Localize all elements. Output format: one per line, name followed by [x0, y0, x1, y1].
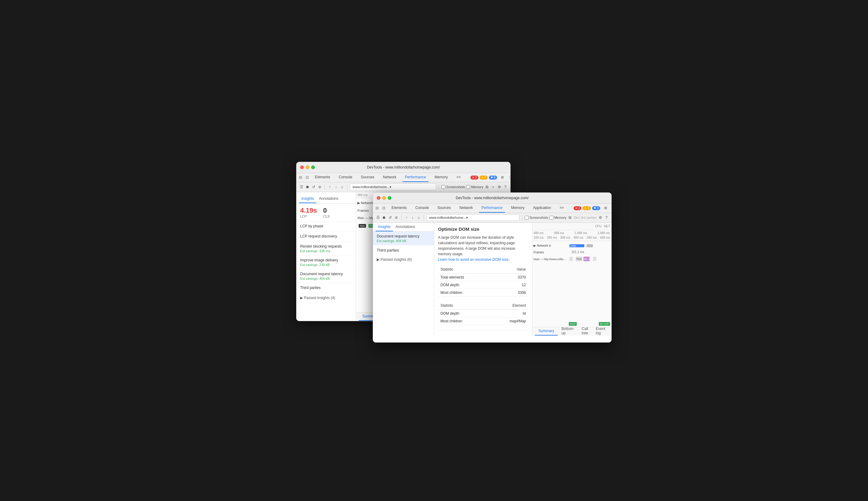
back-tab-performance[interactable]: Performance: [402, 173, 428, 182]
back-settings2-icon[interactable]: ⚙: [497, 184, 502, 189]
back-cpu-icon[interactable]: ⊞: [485, 184, 489, 189]
front-cpu-icon[interactable]: ⊞: [567, 215, 573, 220]
front-download-icon[interactable]: ↓: [410, 215, 415, 220]
back-refresh-icon[interactable]: ↺: [311, 184, 316, 189]
front-timeline-tracks: ▶ Network ic t.php (c.statcounter.co...: [532, 241, 611, 264]
front-settings2-icon[interactable]: ⚙: [598, 215, 603, 220]
front-refresh-icon[interactable]: ↺: [388, 215, 393, 220]
front-right-timeline: CPU NET 489 ms 989 ms 1,489 ms 1,989 ms …: [532, 223, 611, 335]
front-tab-elements[interactable]: Elements: [389, 204, 409, 213]
back-home-icon[interactable]: ⌂: [340, 184, 345, 189]
back-passed-insights[interactable]: ▶ Passed insights (4): [296, 293, 356, 302]
back-error-badge: ✕ 2: [470, 175, 478, 180]
front-table2-depth-val: td: [488, 309, 528, 317]
front-info-badge: ⚑ 3: [592, 206, 600, 210]
front-network-row: ▶ Network ic t.php (c.statcounter.co...: [532, 242, 611, 249]
back-help-icon[interactable]: ?: [503, 184, 508, 189]
back-upload-icon[interactable]: ↑: [327, 184, 332, 189]
front-insight-third-parties[interactable]: Third parties: [438, 334, 528, 335]
front-network-bar-area: t.php (c.statcounter.co...: [567, 244, 610, 248]
front-network-bar2: [587, 244, 593, 247]
front-insight-detail: Optimize DOM size A large DOM can increa…: [434, 223, 532, 335]
front-bottom-tab-bottomup[interactable]: Bottom-up: [558, 327, 578, 335]
front-tab-performance[interactable]: Performance: [479, 204, 505, 213]
back-screenshots-checkbox[interactable]: [441, 185, 445, 189]
front-dim-3rd-parties: Dim 3rd parties: [574, 216, 597, 220]
front-close-button[interactable]: [377, 196, 380, 200]
front-dom-size-link[interactable]: Learn how to avoid an excessive DOM size: [438, 257, 508, 262]
back-url-bar[interactable]: www.milliondollarhome...▾: [350, 183, 436, 190]
front-screenshots-checkbox[interactable]: [525, 216, 529, 220]
front-tab-sources[interactable]: Sources: [435, 204, 453, 213]
front-url-bar[interactable]: www.milliondollarhome...▾: [426, 214, 519, 221]
back-memory-checkbox[interactable]: [466, 185, 470, 189]
front-insight-divider: [438, 330, 528, 330]
front-home-icon[interactable]: ⌂: [416, 215, 421, 220]
back-toolbar-sep3: [438, 184, 439, 189]
front-table1-row2: DOM depth 12: [438, 281, 528, 289]
front-tab-network[interactable]: Network: [457, 204, 475, 213]
front-record-icon[interactable]: ⏺: [382, 215, 387, 220]
front-settings-icon[interactable]: ⚙: [604, 206, 607, 211]
front-tab-console[interactable]: Console: [413, 204, 431, 213]
front-insights-tab[interactable]: Insights: [376, 223, 393, 231]
front-memory-checkbox[interactable]: [550, 216, 553, 220]
back-insight-image-delivery[interactable]: Improve image delivery Est savings: 239 …: [296, 256, 356, 269]
back-clear-icon[interactable]: ⊘: [317, 184, 322, 189]
front-passed-insights[interactable]: ▶ Passed insights (6): [373, 255, 434, 264]
front-table1-depth-val: 12: [499, 281, 528, 289]
back-sidebar-icon[interactable]: ☰: [299, 184, 304, 189]
back-dock-icon[interactable]: ⊟: [299, 175, 302, 180]
back-insight-doc-latency[interactable]: Document request latency Est savings: 40…: [296, 269, 356, 283]
back-maximize-button[interactable]: [311, 166, 315, 169]
front-annotations-tab[interactable]: Annotations: [393, 223, 417, 231]
front-bottom-tab-summary[interactable]: Summary: [535, 327, 558, 335]
front-frames-bar-area: 321.1 ms: [567, 250, 610, 255]
front-dock-icon[interactable]: ⊟: [376, 206, 379, 211]
front-clear-icon[interactable]: ⊘: [394, 215, 399, 220]
back-tab-memory[interactable]: Memory: [432, 173, 450, 182]
back-tab-elements[interactable]: Elements: [312, 173, 333, 182]
front-optimize-dom-title: Optimize DOM size: [438, 226, 528, 232]
back-settings-icon[interactable]: ⚙: [501, 175, 504, 180]
back-lcp-label: LCP: [300, 214, 317, 218]
front-bottom-tab-calltree[interactable]: Call tree: [578, 327, 592, 335]
back-close-button[interactable]: [300, 166, 304, 169]
back-tab-annotations[interactable]: Annotations: [316, 194, 340, 203]
front-tab-more[interactable]: >>: [557, 204, 566, 213]
back-more-icon[interactable]: ⋮: [508, 175, 511, 180]
back-tab-network[interactable]: Network: [380, 173, 399, 182]
front-bottom-tab-eventlog[interactable]: Event log: [592, 327, 609, 335]
front-main-bar2: [593, 257, 596, 261]
back-throttle-icon[interactable]: ≈: [491, 184, 496, 189]
front-tab-memory[interactable]: Memory: [509, 204, 527, 213]
back-record-icon[interactable]: ⏺: [305, 184, 310, 189]
front-table1-children-label: Most children: [438, 289, 499, 296]
front-tab-application[interactable]: Application: [531, 204, 553, 213]
back-insight-lcp-discovery[interactable]: LCP request discovery: [296, 232, 356, 242]
front-table1-total-val: 3370: [499, 273, 528, 281]
back-inspect-icon[interactable]: ⊡: [306, 175, 309, 180]
front-timeline-ruler: 489 ms 989 ms 1,489 ms 1,989 ms 189 ms 2…: [532, 230, 611, 241]
back-minimize-button[interactable]: [306, 166, 310, 169]
front-more-icon[interactable]: ⋮: [611, 206, 612, 211]
back-insight-lcp-phase[interactable]: LCP by phase: [296, 222, 356, 232]
back-download-icon[interactable]: ↓: [334, 184, 338, 189]
back-tab-sources[interactable]: Sources: [358, 173, 377, 182]
front-inspect-icon[interactable]: ⊡: [382, 206, 385, 211]
front-upload-icon[interactable]: ↑: [404, 215, 409, 220]
front-insight-doc-latency[interactable]: Document request latency Est savings: 40…: [373, 232, 434, 245]
front-table2-header-stat: Statistic: [438, 301, 488, 310]
front-sidebar-icon[interactable]: ☰: [376, 215, 380, 220]
front-third-parties-item[interactable]: Third parties: [373, 245, 434, 255]
front-frames-label: Frames: [533, 250, 567, 254]
front-help-icon[interactable]: ?: [604, 215, 609, 220]
back-insight-third-parties[interactable]: Third parties: [296, 283, 356, 293]
back-tab-more[interactable]: >>: [454, 173, 463, 182]
back-insight-render-blocking[interactable]: Render blocking requests Est savings: 33…: [296, 242, 356, 256]
front-maximize-button[interactable]: [388, 196, 391, 200]
front-minimize-button[interactable]: [382, 196, 386, 200]
back-tab-insights[interactable]: Insights: [299, 194, 316, 203]
back-window-title: DevTools - www.milliondollarhomepage.com…: [367, 165, 440, 169]
back-tab-console[interactable]: Console: [336, 173, 355, 182]
